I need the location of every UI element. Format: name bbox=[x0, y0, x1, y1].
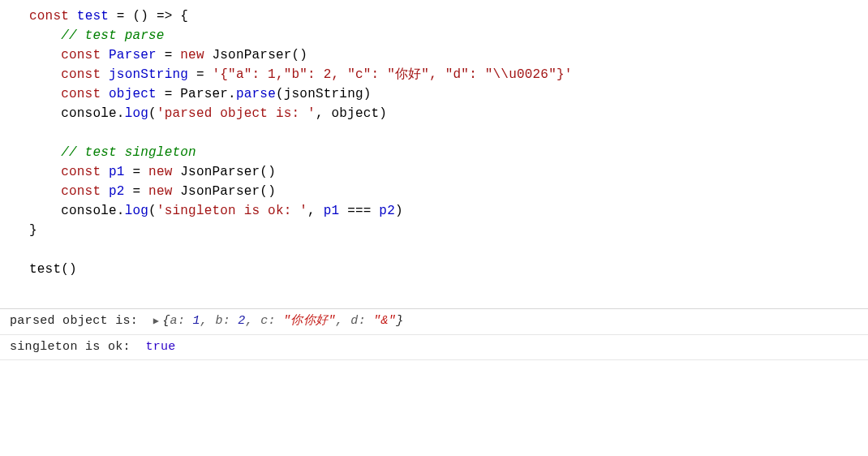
console-row-parsed[interactable]: parsed object is: ▶ {a: 1, b: 2, c: "你你好… bbox=[0, 309, 868, 335]
console-label: parsed object is: bbox=[10, 312, 153, 331]
expand-triangle-icon[interactable]: ▶ bbox=[153, 314, 160, 329]
keyword-const: const bbox=[29, 9, 69, 24]
fn-name: test bbox=[77, 9, 109, 24]
console-label: singleton is ok: bbox=[10, 338, 145, 357]
comment-singleton: // test singleton bbox=[61, 145, 196, 160]
code-editor: const test = () => { // test parse const… bbox=[0, 0, 868, 286]
console-output: parsed object is: ▶ {a: 1, b: 2, c: "你你好… bbox=[0, 308, 868, 360]
comment-parse: // test parse bbox=[61, 28, 164, 43]
console-row-singleton[interactable]: singleton is ok: true bbox=[0, 335, 868, 361]
json-string-literal: '{"a": 1,"b": 2, "c": "你好", "d": "\\u002… bbox=[213, 67, 573, 82]
console-boolean: true bbox=[145, 338, 175, 357]
console-object-preview: {a: 1, b: 2, c: "你你好", d: "&"} bbox=[162, 312, 403, 331]
